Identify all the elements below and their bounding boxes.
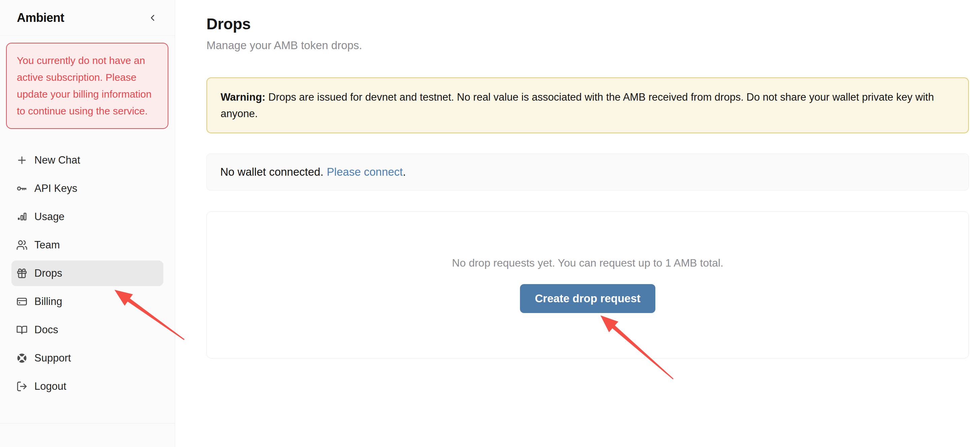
warning-banner: Warning: Drops are issued for devnet and… [207, 78, 969, 133]
sidebar-item-label: New Chat [34, 154, 80, 166]
sidebar-item-docs[interactable]: Docs [11, 317, 163, 342]
key-icon [16, 183, 28, 194]
create-drop-request-button[interactable]: Create drop request [520, 284, 655, 313]
sidebar-item-new-chat[interactable]: New Chat [11, 147, 163, 173]
gift-icon [16, 268, 28, 279]
subscription-alert: You currently do not have an active subs… [6, 43, 169, 129]
sidebar-header: Ambient [0, 0, 175, 36]
sidebar-item-label: API Keys [34, 182, 78, 195]
users-icon [16, 239, 28, 251]
sidebar-item-logout[interactable]: Logout [11, 374, 163, 399]
sidebar-item-label: Support [34, 352, 71, 364]
sidebar-nav: New Chat API Keys Usage [0, 147, 175, 399]
warning-label: Warning: [221, 91, 266, 103]
wallet-status-box: No wallet connected. Please connect . [207, 154, 969, 190]
sidebar-item-label: Billing [34, 296, 62, 308]
sidebar-item-drops[interactable]: Drops [11, 260, 163, 286]
empty-state-message: No drop requests yet. You can request up… [452, 257, 723, 269]
sidebar: Ambient You currently do not have an act… [0, 0, 175, 447]
page-subtitle: Manage your AMB token drops. [207, 38, 969, 52]
credit-card-icon [16, 296, 28, 307]
book-open-icon [16, 324, 28, 336]
sidebar-item-label: Drops [34, 267, 62, 279]
sidebar-footer [0, 423, 175, 447]
sidebar-item-label: Logout [34, 380, 66, 393]
sidebar-item-usage[interactable]: Usage [11, 204, 163, 230]
sidebar-item-label: Team [34, 239, 60, 251]
main-content: Drops Manage your AMB token drops. Warni… [175, 0, 980, 447]
sidebar-item-label: Docs [34, 324, 58, 336]
warning-text: Drops are issued for devnet and testnet.… [221, 91, 934, 119]
sidebar-collapse-button[interactable] [145, 10, 160, 25]
sidebar-item-label: Usage [34, 211, 65, 223]
connect-wallet-link[interactable]: Please connect [327, 166, 403, 178]
sidebar-item-support[interactable]: Support [11, 346, 163, 371]
app-title: Ambient [17, 11, 64, 25]
bar-chart-icon [16, 211, 28, 222]
sidebar-item-team[interactable]: Team [11, 232, 163, 258]
page-title: Drops [207, 15, 969, 33]
chevron-left-icon [148, 13, 158, 23]
plus-icon [16, 154, 28, 166]
log-out-icon [16, 381, 28, 392]
wallet-status-suffix: . [403, 166, 406, 178]
life-buoy-icon [16, 352, 28, 364]
sidebar-item-api-keys[interactable]: API Keys [11, 176, 163, 201]
wallet-status-text: No wallet connected. [220, 166, 323, 178]
sidebar-item-billing[interactable]: Billing [11, 289, 163, 314]
drop-requests-card: No drop requests yet. You can request up… [207, 211, 969, 358]
